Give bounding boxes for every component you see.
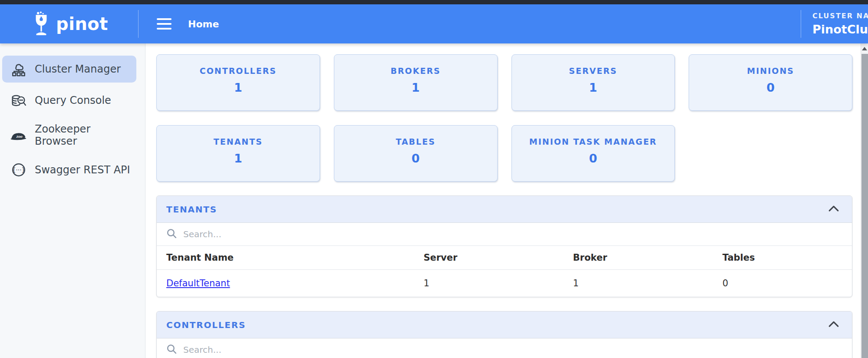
wine-glass-icon <box>30 11 53 37</box>
tenant-tables-count: 0 <box>713 270 852 297</box>
tenants-table-header-row: Tenant Name Server Broker Tables <box>157 246 852 270</box>
tenants-panel-title: TENANTS <box>166 204 217 215</box>
cluster-name-block: CLUSTER NAME PinotCluster <box>801 12 868 36</box>
controllers-collapse-button[interactable] <box>826 317 842 333</box>
column-header-broker[interactable]: Broker <box>564 246 713 270</box>
chevron-up-icon <box>828 205 839 213</box>
stat-cards-grid: CONTROLLERS 1 BROKERS 1 SERVERS 1 MINION… <box>156 54 852 182</box>
stat-card-label: BROKERS <box>390 66 440 76</box>
sidebar-item-label: Swagger REST API <box>35 164 130 176</box>
sidebar-item-cluster-manager[interactable]: Cluster Manager <box>2 56 136 83</box>
tenants-search-row <box>157 223 852 246</box>
tenants-collapse-button[interactable] <box>826 202 842 217</box>
controllers-panel: CONTROLLERS <box>156 311 852 358</box>
sidebar-item-label: Query Console <box>35 94 111 106</box>
tenants-panel-header: TENANTS <box>157 196 852 223</box>
pinot-logo-text: pinot <box>56 14 108 34</box>
column-header-tenant-name[interactable]: Tenant Name <box>157 246 414 270</box>
controllers-search-input[interactable] <box>183 345 842 355</box>
stat-card-label: MINION TASK MANAGER <box>529 137 657 146</box>
stat-card-label: CONTROLLERS <box>200 66 277 76</box>
pinot-logo[interactable]: pinot <box>0 11 138 37</box>
scrollbar-thumb[interactable] <box>861 54 868 358</box>
stat-card-label: MINIONS <box>747 66 794 76</box>
controllers-panel-title: CONTROLLERS <box>166 320 246 330</box>
stat-card-value: 0 <box>589 152 597 165</box>
cluster-name-value: PinotCluster <box>812 23 868 36</box>
tenants-panel: TENANTS <box>156 196 852 297</box>
scroll-up-arrow[interactable] <box>862 47 867 50</box>
main-content: CONTROLLERS 1 BROKERS 1 SERVERS 1 MINION… <box>145 43 861 358</box>
sidebar: Cluster Manager Query Console <box>0 43 145 358</box>
tenant-table-row: DefaultTenant 1 1 0 <box>157 270 852 297</box>
stat-card-tables: TABLES 0 <box>334 125 498 182</box>
hamburger-menu-button[interactable] <box>157 18 172 30</box>
search-icon <box>166 344 177 356</box>
chevron-up-icon <box>828 321 839 329</box>
stat-card-brokers: BROKERS 1 <box>334 54 498 111</box>
stat-card-value: 1 <box>234 152 242 165</box>
app-header: pinot Home CLUSTER NAME PinotCluster <box>0 4 868 43</box>
tenants-table: Tenant Name Server Broker Tables Default… <box>157 246 852 297</box>
sidebar-item-label: Cluster Manager <box>35 63 121 75</box>
svg-text:ZOO: ZOO <box>16 136 23 138</box>
stat-card-value: 0 <box>412 152 420 165</box>
stat-card-label: TABLES <box>396 137 435 146</box>
zookeeper-icon: ZOO <box>10 126 27 144</box>
stat-card-value: 1 <box>234 81 242 94</box>
sidebar-item-swagger-rest-api[interactable]: {···} Swagger REST API <box>2 156 136 183</box>
stat-card-value: 1 <box>589 81 597 94</box>
cluster-name-label: CLUSTER NAME <box>812 12 868 20</box>
sidebar-item-label: Zookeeper Browser <box>35 123 130 147</box>
stat-card-minions: MINIONS 0 <box>689 54 852 111</box>
vertical-scrollbar[interactable] <box>861 43 868 358</box>
stat-card-minion-task-manager: MINION TASK MANAGER 0 <box>512 125 675 182</box>
column-header-server[interactable]: Server <box>414 246 563 270</box>
stat-card-label: TENANTS <box>214 137 263 146</box>
tenant-broker-count: 1 <box>564 270 713 297</box>
swagger-icon: {···} <box>10 161 27 179</box>
stat-card-servers: SERVERS 1 <box>512 54 675 111</box>
tenant-link-defaulttenant[interactable]: DefaultTenant <box>166 278 230 288</box>
stat-card-tenants: TENANTS 1 <box>156 125 320 182</box>
controllers-search-row <box>157 338 852 358</box>
search-icon <box>166 228 177 241</box>
svg-text:{···}: {···} <box>12 166 26 173</box>
query-console-icon <box>10 92 27 109</box>
column-header-tables[interactable]: Tables <box>713 246 852 270</box>
stat-card-value: 0 <box>766 81 775 94</box>
sidebar-item-query-console[interactable]: Query Console <box>2 87 136 114</box>
controllers-panel-header: CONTROLLERS <box>157 312 852 338</box>
stat-card-label: SERVERS <box>569 66 617 76</box>
tenant-server-count: 1 <box>414 270 563 297</box>
header-divider-left <box>138 10 139 38</box>
window-top-strip <box>0 0 868 4</box>
stat-card-value: 1 <box>412 81 420 94</box>
sidebar-item-zookeeper-browser[interactable]: ZOO Zookeeper Browser <box>2 118 136 152</box>
stat-card-controllers: CONTROLLERS 1 <box>156 54 320 111</box>
cluster-manager-icon <box>10 60 27 78</box>
tenants-search-input[interactable] <box>183 229 842 239</box>
breadcrumb-home[interactable]: Home <box>188 19 219 30</box>
